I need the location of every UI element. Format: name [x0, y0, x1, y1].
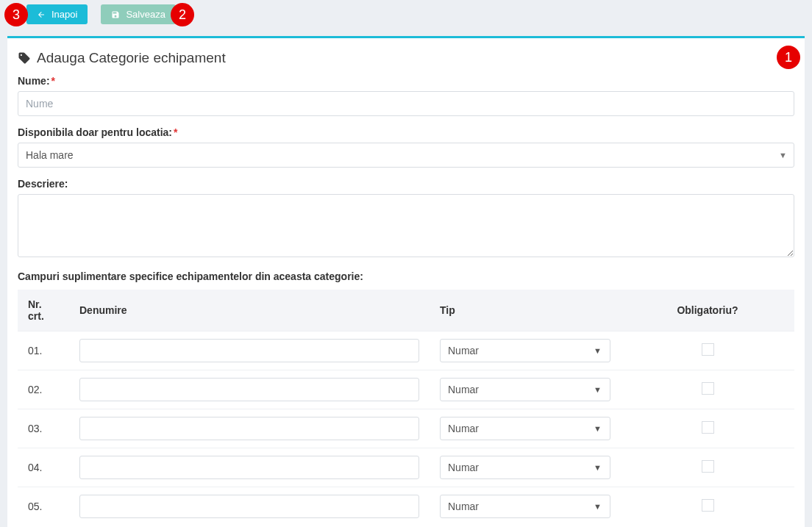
back-button-label: Inapoi: [51, 9, 77, 20]
row-nr: 05.: [18, 487, 69, 526]
row-name-input[interactable]: [79, 495, 419, 518]
row-mandatory-checkbox[interactable]: [702, 382, 714, 395]
tag-icon: [18, 51, 31, 65]
location-select[interactable]: Hala mare: [18, 143, 794, 168]
row-name-input[interactable]: [79, 378, 419, 401]
name-input[interactable]: [18, 91, 794, 116]
row-mandatory-checkbox[interactable]: [702, 499, 714, 512]
row-mandatory-checkbox[interactable]: [702, 343, 714, 356]
annotation-marker-3: 3: [4, 3, 28, 26]
row-nr: 02.: [18, 370, 69, 409]
annotation-marker-1: 1: [777, 46, 800, 69]
table-row: 02.Numar▼: [18, 370, 794, 409]
required-marker: *: [51, 75, 55, 87]
row-name-input[interactable]: [79, 417, 419, 440]
table-row: 04.Numar▼: [18, 448, 794, 487]
panel-title-text: Adauga Categorie echipament: [37, 50, 226, 66]
panel-title: Adauga Categorie echipament: [18, 50, 794, 66]
table-row: 01.Numar▼: [18, 331, 794, 370]
row-name-input[interactable]: [79, 339, 419, 362]
save-button-label: Salveaza: [126, 9, 165, 20]
row-name-input[interactable]: [79, 456, 419, 479]
col-header-mandatory: Obligatoriu?: [621, 290, 794, 331]
extra-fields-section-label: Campuri suplimentare specifice echipamen…: [18, 270, 794, 282]
row-type-select[interactable]: Numar: [440, 339, 610, 362]
back-button[interactable]: Inapoi: [26, 4, 88, 24]
save-icon: [111, 10, 120, 19]
arrow-left-icon: [37, 10, 46, 19]
location-label: Disponibila doar pentru locatia:*: [18, 126, 794, 138]
extra-fields-table: Nr. crt. Denumire Tip Obligatoriu? 01.Nu…: [18, 290, 794, 526]
table-row: 05.Numar▼: [18, 487, 794, 526]
name-label: Nume:*: [18, 75, 794, 87]
row-mandatory-checkbox[interactable]: [702, 460, 714, 473]
row-type-select[interactable]: Numar: [440, 495, 610, 518]
row-nr: 04.: [18, 448, 69, 487]
row-type-select[interactable]: Numar: [440, 378, 610, 401]
col-header-type: Tip: [430, 290, 621, 331]
save-button[interactable]: Salveaza: [101, 4, 175, 24]
toolbar: Inapoi Salveaza: [0, 0, 812, 32]
required-marker: *: [174, 126, 177, 138]
annotation-marker-2: 2: [171, 3, 194, 26]
description-textarea[interactable]: [18, 194, 794, 257]
description-label: Descriere:: [18, 178, 794, 190]
row-nr: 03.: [18, 409, 69, 448]
row-type-select[interactable]: Numar: [440, 456, 610, 479]
col-header-name: Denumire: [69, 290, 430, 331]
row-mandatory-checkbox[interactable]: [702, 421, 714, 434]
table-row: 03.Numar▼: [18, 409, 794, 448]
form-panel: 1 Adauga Categorie echipament Nume:* Dis…: [7, 36, 805, 527]
row-nr: 01.: [18, 331, 69, 370]
col-header-nr: Nr. crt.: [18, 290, 69, 331]
row-type-select[interactable]: Numar: [440, 417, 610, 440]
